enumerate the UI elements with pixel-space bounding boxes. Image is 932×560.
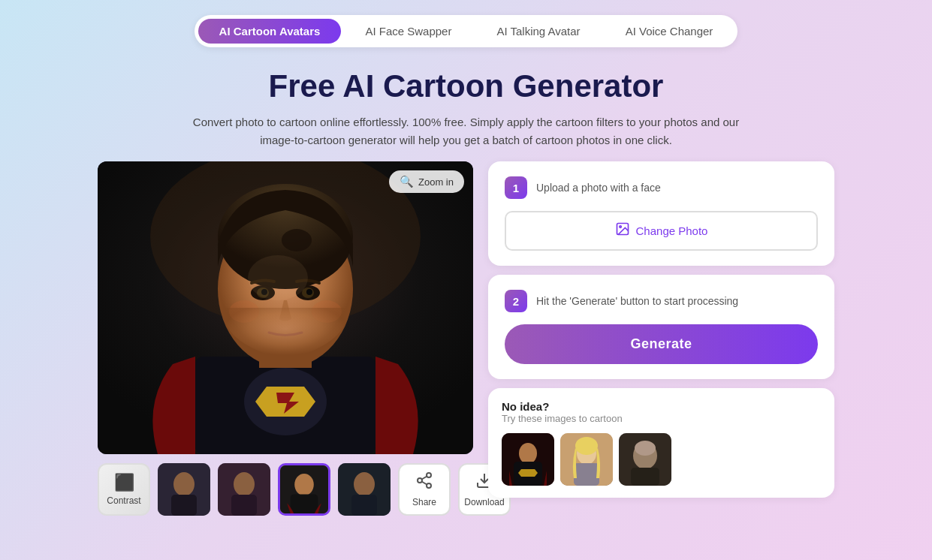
sample-image-2[interactable] [560, 433, 613, 486]
share-icon [415, 471, 433, 494]
thumbnail-image-1 [158, 463, 210, 516]
left-panel: 🔍 Zoom in ⬛ Contrast [98, 161, 473, 516]
step-1-description: Upload a photo with a face [536, 182, 661, 194]
contrast-button[interactable]: ⬛ Contrast [98, 463, 150, 516]
photo-icon [615, 221, 630, 240]
step-2-header: 2 Hit the 'Generate' button to start pro… [505, 290, 818, 312]
svg-point-33 [427, 483, 431, 488]
image-container: 🔍 Zoom in [98, 161, 473, 454]
svg-point-29 [354, 472, 375, 496]
download-label: Download [464, 497, 504, 507]
svg-rect-49 [631, 468, 659, 486]
page-subtitle: Convert photo to cartoon online effortle… [181, 113, 752, 149]
zoom-in-label: Zoom in [418, 176, 454, 188]
zoom-icon: 🔍 [400, 175, 414, 188]
share-label: Share [412, 497, 436, 507]
sample-header: No idea? Try these images to cartoon [502, 400, 821, 424]
svg-point-50 [635, 441, 656, 456]
svg-rect-21 [171, 495, 197, 516]
hero-section: Free AI Cartoon Generator Convert photo … [0, 55, 932, 161]
svg-marker-42 [518, 469, 538, 477]
main-image [98, 161, 473, 454]
share-button[interactable]: Share [398, 463, 451, 516]
step-1-header: 1 Upload a photo with a face [505, 176, 818, 199]
tab-cartoon-avatars[interactable]: AI Cartoon Avatars [198, 19, 342, 44]
no-idea-title: No idea? [502, 400, 821, 413]
svg-point-23 [234, 472, 255, 496]
svg-point-46 [575, 437, 598, 455]
step-1-badge: 1 [505, 176, 527, 199]
step-1-card: 1 Upload a photo with a face Change Phot… [488, 161, 834, 266]
change-photo-label: Change Photo [636, 224, 708, 237]
sample-images-row [502, 433, 821, 486]
svg-point-32 [418, 478, 422, 483]
svg-rect-27 [291, 494, 318, 513]
step-2-badge: 2 [505, 290, 527, 312]
right-panel: 1 Upload a photo with a face Change Phot… [488, 161, 834, 498]
svg-point-26 [294, 474, 314, 495]
thumbnail-image-2 [218, 463, 270, 516]
svg-rect-24 [231, 495, 257, 516]
thumbnail-4[interactable] [338, 463, 391, 516]
thumbnail-1[interactable] [158, 463, 210, 516]
svg-rect-30 [351, 495, 377, 516]
tabs-container: AI Cartoon Avatars AI Face Swapper AI Ta… [195, 15, 738, 47]
thumbnail-image-3 [280, 465, 328, 513]
thumbnail-3[interactable] [278, 463, 330, 516]
zoom-in-button[interactable]: 🔍 Zoom in [389, 170, 464, 193]
thumbnail-image-4 [338, 463, 391, 516]
step-2-description: Hit the 'Generate' button to start proce… [536, 295, 738, 307]
thumbnail-2[interactable] [218, 463, 270, 516]
navigation-tabs: AI Cartoon Avatars AI Face Swapper AI Ta… [0, 0, 932, 55]
step-2-card: 2 Hit the 'Generate' button to start pro… [488, 275, 834, 379]
svg-point-31 [427, 473, 431, 477]
svg-line-35 [422, 477, 427, 480]
page-title: Free AI Cartoon Generator [15, 68, 917, 104]
tab-voice-changer[interactable]: AI Voice Changer [605, 19, 734, 44]
svg-point-20 [173, 472, 195, 496]
no-idea-subtitle: Try these images to cartoon [502, 413, 821, 424]
svg-point-38 [619, 226, 621, 228]
change-photo-button[interactable]: Change Photo [505, 211, 818, 251]
svg-point-18 [248, 255, 308, 300]
sample-card: No idea? Try these images to cartoon [488, 388, 834, 498]
tab-face-swapper[interactable]: AI Face Swapper [344, 19, 472, 44]
sample-image-1[interactable] [502, 433, 554, 486]
svg-point-9 [282, 229, 312, 251]
tab-talking-avatar[interactable]: AI Talking Avatar [475, 19, 601, 44]
contrast-icon: ⬛ [114, 473, 134, 492]
main-content: 🔍 Zoom in ⬛ Contrast [0, 161, 932, 516]
sample-image-3[interactable] [619, 433, 671, 486]
svg-line-34 [422, 482, 427, 485]
thumbnails-row: ⬛ Contrast [98, 463, 473, 516]
svg-point-15 [306, 289, 312, 295]
svg-rect-45 [574, 463, 599, 486]
contrast-label: Contrast [107, 495, 140, 506]
generate-button[interactable]: Generate [505, 324, 818, 364]
svg-point-40 [519, 443, 537, 464]
